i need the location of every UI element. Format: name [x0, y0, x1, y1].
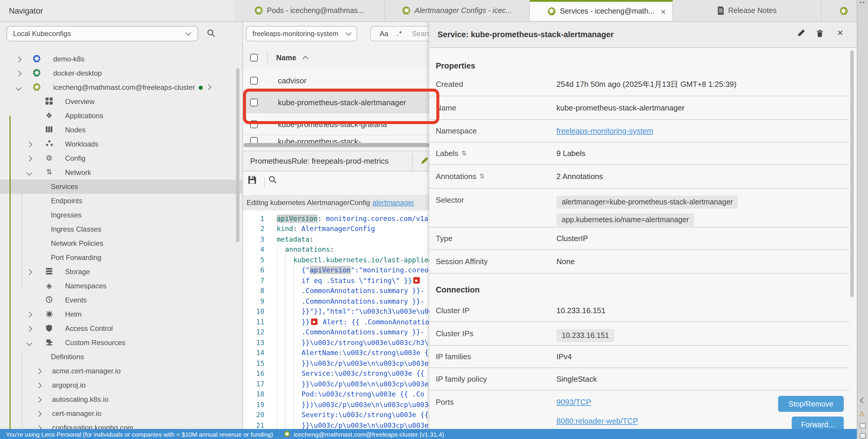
chevron-right-icon[interactable] — [26, 141, 32, 147]
close-icon[interactable]: × — [837, 27, 843, 39]
sidebar-item-argoproj-io[interactable]: argoproj.io — [0, 378, 242, 392]
sidebar-item-label: cert-manager.io — [52, 409, 101, 418]
sidebar-item-docker-desktop[interactable]: docker-desktop — [0, 66, 242, 80]
property-label: Created — [436, 80, 463, 89]
search-icon[interactable] — [269, 175, 277, 184]
port-link[interactable]: 9093/TCP — [556, 398, 638, 406]
line-number: 16 — [242, 370, 264, 378]
sidebar-item-services[interactable]: Services — [0, 180, 242, 194]
property-value: None — [556, 257, 575, 266]
sidebar-item-storage[interactable]: Storage — [0, 265, 242, 279]
line-number: 14 — [242, 349, 264, 357]
sidebar-item-network[interactable]: ⇅Network — [0, 165, 242, 180]
save-icon[interactable] — [248, 175, 257, 184]
regex-toggle[interactable]: .* — [397, 30, 402, 38]
close-icon[interactable]: × — [660, 7, 666, 16]
tab-label: Pods - icecheng@mathmas... — [267, 6, 364, 14]
sidebar-item-ingress-classes[interactable]: Ingress Classes — [0, 222, 242, 236]
property-value: kube-prometheus-stack-alertmanager — [556, 103, 685, 112]
namespace-link[interactable]: freeleaps-monitoring-system — [556, 127, 653, 135]
sidebar-item-config[interactable]: ⚙Config — [0, 151, 242, 165]
chevron-right-icon[interactable] — [26, 269, 32, 275]
sidebar-item-label: docker-desktop — [53, 69, 102, 77]
k8s-icon — [284, 431, 290, 437]
chevron-right-icon[interactable] — [36, 397, 42, 403]
sidebar-item-label: Definitions — [51, 353, 84, 361]
row-checkbox[interactable] — [250, 120, 258, 128]
sidebar-item-workloads[interactable]: Workloads — [0, 137, 242, 151]
property-value: SingleStack — [556, 375, 597, 383]
row-checkbox[interactable] — [250, 76, 258, 84]
chevron-right-icon[interactable] — [206, 84, 211, 90]
tab-release-notes[interactable]: Release Notes — [673, 0, 821, 21]
storage-icon — [45, 267, 53, 275]
sidebar-item-overview[interactable]: Overview — [0, 95, 242, 109]
sort-toggle-icon[interactable]: ⇅ — [462, 149, 467, 157]
trash-icon[interactable] — [816, 29, 824, 38]
sidebar-item-definitions[interactable]: Definitions — [0, 350, 242, 364]
sidebar-item-helm[interactable]: Helm — [0, 307, 242, 322]
sidebar-item-namespaces[interactable]: ◈Namespaces — [0, 279, 242, 293]
tab-services-icecheng-math[interactable]: Services - icecheng@math...× — [530, 0, 673, 21]
edit-pencil-icon[interactable] — [421, 157, 429, 165]
column-header-name[interactable]: Name — [276, 54, 296, 62]
active-cluster-status[interactable]: icecheng@mathmast.com@freeleaps-cluster … — [294, 431, 444, 438]
row-checkbox[interactable] — [250, 137, 258, 143]
stop-remove-button[interactable]: Stop/Remove — [778, 396, 844, 412]
sidebar-item-endpoints[interactable]: Endpoints — [0, 194, 242, 208]
warning-icon[interactable]: ⚠ — [859, 410, 865, 418]
select-all-checkbox[interactable] — [250, 54, 258, 62]
drawer-scrollbar[interactable] — [850, 50, 854, 297]
match-case-toggle[interactable]: Aa — [380, 30, 388, 38]
property-value: freeleaps-monitoring-system — [556, 127, 653, 135]
navigator-panel-tab[interactable]: Navigator — [0, 0, 235, 21]
widget-box-icon[interactable] — [860, 423, 866, 428]
line-number: 11 — [242, 318, 264, 326]
edit-pencil-icon[interactable] — [797, 29, 805, 37]
sidebar-item-demo-k8s[interactable]: demo-k8s — [0, 52, 242, 66]
port-link[interactable]: 8080:reloader-web/TCP — [556, 416, 638, 426]
chevron-right-icon[interactable] — [36, 411, 42, 417]
sort-toggle-icon[interactable]: ⇅ — [479, 172, 485, 180]
sidebar-item-ingresses[interactable]: Ingresses — [0, 208, 242, 222]
chevron-right-icon[interactable] — [26, 312, 32, 317]
chevron-left-icon[interactable] — [860, 397, 866, 403]
sidebar-item-nodes[interactable]: Nodes — [0, 123, 242, 137]
sidebar-scrollbar[interactable] — [236, 68, 240, 242]
tab-pods-icecheng-mathmas[interactable]: Pods - icecheng@mathmas... — [234, 0, 385, 21]
property-value: alertmanager=kube-prometheus-stack-alert… — [556, 196, 738, 231]
sidebar-item-acme-cert-manager-io[interactable]: acme.cert-manager.io — [0, 364, 242, 378]
namespace-select[interactable]: freeleaps-monitoring-system — [246, 26, 357, 41]
chevron-right-icon[interactable] — [16, 57, 22, 62]
chevron-down-icon[interactable] — [16, 85, 22, 91]
sidebar-item-applications[interactable]: ❖Applications — [0, 109, 242, 123]
chevron-down-icon[interactable] — [26, 340, 32, 346]
chevron-right-icon[interactable] — [26, 156, 32, 162]
chevron-right-icon[interactable] — [16, 71, 22, 76]
sidebar-item-cert-manager-io[interactable]: cert-manager.io — [0, 406, 242, 421]
sidebar-item-network-policies[interactable]: Network Policies — [0, 236, 242, 250]
line-number: 20 — [242, 411, 264, 419]
breadcrumb-resource-link[interactable]: alertmanager — [373, 199, 414, 207]
chevron-down-icon — [346, 30, 351, 36]
indent-guide — [22, 180, 23, 286]
sidebar-item-events[interactable]: Events — [0, 293, 242, 307]
chevron-right-icon[interactable] — [26, 326, 32, 332]
k8s-icon[interactable] — [840, 6, 848, 16]
horizontal-scrollbar[interactable] — [244, 143, 429, 147]
chevron-right-icon[interactable] — [36, 368, 42, 374]
lens-app-window: Navigator Pods - icecheng@mathmas...Aler… — [0, 0, 868, 439]
chevron-down-icon[interactable] — [26, 170, 32, 176]
row-checkbox[interactable] — [250, 98, 258, 106]
alert-emoji-icon — [311, 319, 317, 325]
sidebar-item-autoscaling-k8s-io[interactable]: autoscaling.k8s.io — [0, 392, 242, 406]
line-number: 21 — [242, 421, 264, 430]
sidebar-item-custom-resources[interactable]: Custom Resources — [0, 336, 242, 350]
widget-box-icon[interactable] — [860, 433, 866, 438]
sidebar-item-port-forwarding[interactable]: Port Forwarding — [0, 250, 242, 265]
sidebar-item-label: Custom Resources — [65, 339, 125, 347]
chevron-right-icon[interactable] — [36, 382, 42, 389]
tab-alertmanager-configs-icec[interactable]: Alertmanager Configs - icec... — [385, 0, 530, 21]
sidebar-item-icecheng-mathmast-com-freeleaps-cluster[interactable]: icecheng@mathmast.com@freeleaps-cluster — [0, 80, 242, 95]
sidebar-item-access-control[interactable]: Access Control — [0, 322, 242, 336]
